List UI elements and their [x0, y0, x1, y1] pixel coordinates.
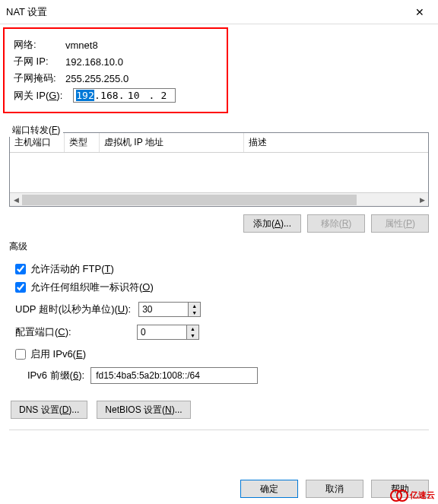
advanced-group: 高级 允许活动的 FTP(T) 允许任何组织唯一标识符(O) UDP 超时(以秒…	[9, 240, 429, 390]
table-body[interactable]	[10, 153, 428, 192]
config-port-label: 配置端口(C):	[15, 325, 129, 339]
port-forward-label: 端口转发(F)	[9, 124, 63, 137]
config-port-input[interactable]	[137, 325, 187, 340]
ip-octet-2[interactable]: 168	[100, 90, 119, 101]
ftp-checkbox-label: 允许活动的 FTP(T)	[30, 262, 114, 276]
dns-settings-button[interactable]: DNS 设置(D)...	[11, 401, 87, 419]
close-icon[interactable]: ✕	[408, 3, 432, 21]
subnet-ip-row: 子网 IP: 192.168.10.0	[14, 55, 217, 68]
settings-buttons-row: DNS 设置(D)... NetBIOS 设置(N)...	[11, 401, 427, 419]
ip-octet-1[interactable]: 192	[76, 90, 94, 101]
horizontal-scrollbar[interactable]: ◀ ▶	[10, 192, 428, 206]
ipv6-checkbox-row: 启用 IPv6(E)	[15, 347, 426, 361]
col-vm-ip[interactable]: 虚拟机 IP 地址	[100, 133, 244, 152]
ipv6-checkbox[interactable]	[15, 349, 26, 360]
gateway-ip-input[interactable]: 192. 168. 10 . 2	[73, 88, 176, 103]
udp-spin-up-icon[interactable]: ▲	[189, 303, 200, 309]
network-label: 网络:	[14, 38, 65, 52]
ipv6-prefix-label: IPv6 前缀(6):	[27, 369, 84, 382]
subnet-ip-label: 子网 IP:	[14, 55, 65, 68]
netbios-settings-button[interactable]: NetBIOS 设置(N)...	[97, 401, 190, 419]
separator	[9, 430, 429, 430]
udp-timeout-row: UDP 超时(以秒为单位)(U): ▲ ▼	[15, 302, 426, 317]
scroll-thumb[interactable]	[22, 195, 357, 205]
properties-button: 属性(P)	[371, 214, 429, 233]
udp-spin-down-icon[interactable]: ▼	[189, 309, 200, 316]
config-port-row: 配置端口(C): ▲ ▼	[15, 325, 426, 340]
udp-timeout-input[interactable]	[138, 302, 189, 317]
logo-text: 亿速云	[410, 490, 435, 501]
titlebar: NAT 设置 ✕	[0, 0, 438, 24]
uid-checkbox-row: 允许任何组织唯一标识符(O)	[15, 281, 426, 294]
gateway-label: 网关 IP(G):	[14, 89, 73, 103]
highlighted-region: 网络: vmnet8 子网 IP: 192.168.10.0 子网掩码: 255…	[3, 27, 228, 113]
col-desc[interactable]: 描述	[244, 133, 428, 152]
config-spin-up-icon[interactable]: ▲	[187, 325, 198, 332]
udp-timeout-label: UDP 超时(以秒为单位)(U):	[15, 303, 131, 316]
window-title: NAT 设置	[6, 5, 408, 19]
cancel-button[interactable]: 取消	[306, 480, 363, 498]
advanced-label: 高级	[9, 240, 27, 253]
remove-button: 移除(R)	[307, 214, 365, 233]
logo-icon	[390, 489, 408, 501]
watermark-logo: 亿速云	[390, 489, 435, 501]
ok-button[interactable]: 确定	[240, 480, 298, 498]
config-spin-down-icon[interactable]: ▼	[187, 332, 198, 339]
uid-checkbox[interactable]	[15, 282, 26, 293]
col-type[interactable]: 类型	[65, 133, 100, 152]
port-forward-buttons: 添加(A)... 移除(R) 属性(P)	[9, 214, 429, 233]
config-port-stepper[interactable]: ▲ ▼	[137, 325, 199, 340]
udp-timeout-stepper[interactable]: ▲ ▼	[138, 302, 201, 317]
ftp-checkbox[interactable]	[15, 264, 26, 274]
ipv6-checkbox-label: 启用 IPv6(E)	[30, 347, 86, 361]
ipv6-prefix-row: IPv6 前缀(6):	[27, 367, 426, 384]
scroll-left-icon[interactable]: ◀	[10, 194, 22, 206]
ip-octet-4[interactable]: 2	[154, 90, 173, 101]
add-button[interactable]: 添加(A)...	[243, 214, 301, 233]
ip-octet-3[interactable]: 10	[125, 90, 143, 101]
scroll-right-icon[interactable]: ▶	[416, 194, 428, 206]
port-forward-table: 主机端口 类型 虚拟机 IP 地址 描述 ◀ ▶	[9, 132, 429, 207]
ftp-checkbox-row: 允许活动的 FTP(T)	[15, 262, 426, 276]
subnet-mask-label: 子网掩码:	[14, 71, 65, 85]
ipv6-prefix-input[interactable]	[90, 367, 258, 384]
subnet-mask-value: 255.255.255.0	[65, 73, 129, 84]
subnet-mask-row: 子网掩码: 255.255.255.0	[14, 71, 217, 85]
subnet-ip-value: 192.168.10.0	[65, 56, 123, 68]
table-header: 主机端口 类型 虚拟机 IP 地址 描述	[10, 133, 428, 153]
uid-checkbox-label: 允许任何组织唯一标识符(O)	[30, 281, 154, 294]
network-row: 网络: vmnet8	[14, 38, 217, 52]
gateway-row: 网关 IP(G): 192. 168. 10 . 2	[14, 88, 217, 103]
port-forward-group: 端口转发(F) 主机端口 类型 虚拟机 IP 地址 描述 ◀ ▶	[9, 118, 429, 207]
scroll-track[interactable]	[22, 194, 416, 206]
network-value: vmnet8	[65, 40, 98, 51]
